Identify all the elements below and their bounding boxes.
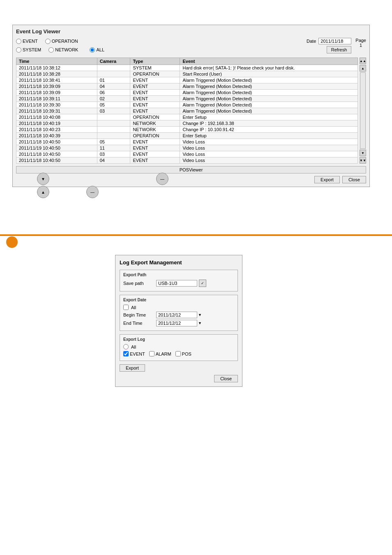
event-log-label[interactable]: EVENT: [123, 351, 145, 356]
filter-operation[interactable]: OPERATION: [45, 39, 78, 44]
table-row: 2011/11/18 10:40:23NETWORKChange IP : 10…: [16, 127, 358, 133]
table-cell: Enter Setup: [180, 133, 358, 139]
refresh-button[interactable]: Refresh: [327, 46, 352, 53]
alarm-checkbox[interactable]: [149, 351, 154, 356]
table-cell: 01: [97, 77, 130, 83]
table-row: 2011/11/18 10:39:1102EVENTAlarm Triggere…: [16, 96, 358, 102]
alarm-log-label[interactable]: ALARM: [149, 351, 171, 356]
radio-system[interactable]: [16, 47, 21, 53]
table-row: 2011/11/18 10:40:08OPERATIONEnter Setup: [16, 114, 358, 120]
table-cell: 04: [97, 157, 130, 164]
end-time-input[interactable]: [156, 320, 197, 326]
all-date-row: All: [123, 305, 234, 310]
export-path-legend: Export Path: [123, 273, 234, 277]
table-cell: Alarm Triggered (Motion Detected): [180, 90, 358, 96]
table-cell: NETWORK: [130, 127, 180, 133]
col-camera: Camera: [97, 58, 130, 65]
end-time-row: End Time ▼: [123, 320, 234, 326]
pos-checkbox[interactable]: [175, 351, 181, 356]
table-cell: 2011/11/18 10:38:28: [16, 71, 97, 77]
table-cell: SYSTEM: [130, 65, 180, 71]
table-cell: Video Loss: [180, 145, 358, 151]
table-cell: 11: [97, 145, 130, 151]
export-path-section: Export Path Save path ✓: [120, 270, 238, 291]
table-cell: Alarm Triggered (Motion Detected): [180, 83, 358, 90]
table-cell: 06: [97, 90, 130, 96]
table-cell: NETWORK: [130, 120, 180, 127]
all-log-radio[interactable]: [123, 344, 129, 349]
table-cell: 2011/11/18 10:40:23: [16, 127, 97, 133]
table-cell: Hard disk error( SATA-1: )! Please check…: [180, 65, 358, 71]
end-time-dropdown-icon[interactable]: ▼: [198, 321, 202, 325]
event-log-title: Event Log Viewer: [16, 28, 366, 35]
table-cell: EVENT: [130, 77, 180, 83]
export-log-section: Export Log All EVENT ALARM POS: [120, 334, 238, 361]
table-cell: EVENT: [130, 139, 180, 145]
date-input[interactable]: [318, 38, 351, 44]
icon-minus-2[interactable]: —: [156, 173, 168, 185]
table-cell: 05: [97, 102, 130, 108]
save-path-check-icon[interactable]: ✓: [199, 280, 206, 287]
icon-up-arrow-1[interactable]: ▲: [37, 186, 49, 198]
table-cell: Enter Setup: [180, 114, 358, 120]
export-button[interactable]: Export: [314, 176, 340, 183]
table-cell: 2011/11/18 10:39:09: [16, 90, 97, 96]
scroll-track[interactable]: [360, 72, 366, 149]
filter-event[interactable]: EVENT: [16, 39, 38, 44]
radio-all[interactable]: [90, 47, 95, 53]
export-log-button[interactable]: Export: [120, 364, 145, 372]
save-path-input[interactable]: [156, 280, 197, 287]
table-cell: OPERATION: [130, 71, 180, 77]
icon-down-arrow-1[interactable]: ▼: [37, 173, 49, 185]
table-cell: 05: [97, 139, 130, 145]
table-cell: 2011/11/18 10:40:19: [16, 120, 97, 127]
table-cell: 2011/11/18 10:38:41: [16, 77, 97, 83]
col-event: Event: [180, 58, 358, 65]
table-cell: 2011/11/18 10:40:39: [16, 133, 97, 139]
icon-minus-1[interactable]: —: [86, 186, 99, 198]
radio-network[interactable]: [48, 47, 54, 53]
table-cell: 2011/11/18 10:39:31: [16, 108, 97, 114]
table-row: 2011/11/18 10:39:3005EVENTAlarm Triggere…: [16, 102, 358, 108]
filter-all[interactable]: ALL: [90, 47, 104, 53]
radio-operation[interactable]: [45, 39, 51, 44]
event-checkbox[interactable]: [123, 351, 129, 356]
scroll-down-button[interactable]: ▼: [360, 150, 366, 156]
close-button[interactable]: Close: [342, 176, 366, 183]
table-wrap: Time Camera Type Event 2011/11/18 10:38:…: [16, 58, 366, 164]
begin-time-input[interactable]: [156, 312, 197, 318]
col-type: Type: [130, 58, 180, 65]
begin-time-row: Begin Time ▼: [123, 312, 234, 318]
log-type-row: EVENT ALARM POS: [123, 351, 234, 356]
save-path-row: Save path ✓: [123, 280, 234, 287]
table-cell: 2011/11/19 10:40:50: [16, 145, 97, 151]
scroll-up-button[interactable]: ▲: [360, 65, 366, 72]
begin-time-dropdown-icon[interactable]: ▼: [198, 313, 202, 317]
table-cell: EVENT: [130, 102, 180, 108]
log-table: Time Camera Type Event 2011/11/18 10:38:…: [16, 58, 358, 164]
orange-dot: [6, 236, 18, 248]
table-cell: Video Loss: [180, 151, 358, 157]
scroll-bottom-button[interactable]: ▼▼: [360, 157, 366, 164]
table-cell: 2011/11/18 10:40:08: [16, 114, 97, 120]
table-cell: [97, 65, 130, 71]
close-export-button[interactable]: Close: [214, 375, 238, 382]
table-cell: EVENT: [130, 83, 180, 90]
pos-log-label[interactable]: POS: [175, 351, 191, 356]
radio-event[interactable]: [16, 39, 21, 44]
page-area: Page 1: [355, 38, 366, 48]
col-time: Time: [16, 58, 97, 65]
table-cell: 2011/11/18 10:39:11: [16, 96, 97, 102]
table-cell: 2011/11/18 10:38:12: [16, 65, 97, 71]
scroll-top-button[interactable]: ▲▲: [360, 58, 366, 64]
all-date-checkbox[interactable]: [123, 305, 129, 310]
date-area: Date document.querySelector('[data-name=…: [307, 38, 351, 44]
export-date-legend: Export Date: [123, 298, 234, 302]
table-cell: 03: [97, 108, 130, 114]
filter-network[interactable]: NETWORK: [48, 47, 78, 53]
filter-system[interactable]: SYSTEM: [16, 47, 41, 53]
table-cell: Alarm Triggered (Motion Detected): [180, 108, 358, 114]
table-cell: [97, 133, 130, 139]
event-log-viewer: Event Log Viewer EVENT OPERATION Date do…: [12, 25, 370, 187]
table-cell: Video Loss: [180, 157, 358, 164]
